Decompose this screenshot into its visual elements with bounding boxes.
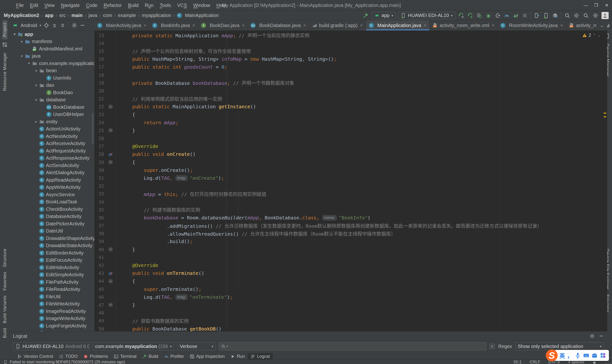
hide-panel-icon[interactable] <box>599 333 604 339</box>
breadcrumb-item[interactable]: src <box>59 13 66 18</box>
gutter-fold_c[interactable] <box>104 301 121 309</box>
menu-vcs[interactable]: VCS <box>174 3 190 8</box>
locate-file-icon[interactable] <box>43 23 49 28</box>
hide-panel-icon[interactable] <box>80 23 85 28</box>
menu-navigate[interactable]: Navigate <box>58 3 83 8</box>
apply-changes-button[interactable] <box>457 12 465 19</box>
menu-file[interactable]: File <box>13 3 27 8</box>
editor-tab-activity_room_rea[interactable]: </>activity_room_rea <box>566 20 597 30</box>
tree-chevron-icon[interactable]: ▾ <box>19 54 25 58</box>
sogou-logo-icon[interactable]: S <box>546 349 558 362</box>
gutter-override[interactable] <box>104 269 121 277</box>
ime-punctuation-toggle[interactable]: ， <box>567 351 573 359</box>
collapse-all-icon[interactable] <box>60 23 65 28</box>
tree-item-ImageWriteActivity[interactable]: CImageWriteActivity <box>10 315 94 322</box>
line-number[interactable]: 37 <box>94 223 104 228</box>
project-view-mode[interactable]: Android <box>21 23 37 28</box>
line-number[interactable]: 30 <box>94 168 104 173</box>
prev-problem-icon[interactable]: ⌃ <box>593 33 596 38</box>
menu-run[interactable]: Run <box>142 3 157 8</box>
sync-run-tasks-button[interactable] <box>476 12 483 19</box>
tree-item-UserInfo[interactable]: CUserInfo <box>10 74 94 82</box>
run-configuration-select[interactable]: app ▾ <box>372 12 396 19</box>
line-number[interactable]: 27 <box>94 144 104 149</box>
menu-code[interactable]: Code <box>83 3 101 8</box>
tree-item-BookDatabase[interactable]: (C)BookDatabase <box>10 104 94 111</box>
device-select[interactable]: HUAWEI EDI-AL10 ▾ <box>398 12 455 19</box>
tree-item-DatePickerActivity[interactable]: CDatePickerActivity <box>10 220 94 228</box>
logcat-level-select[interactable]: Verbose ▾ <box>177 342 216 350</box>
tree-item-java[interactable]: ▾java <box>10 52 94 60</box>
tree-item-AppReadActivity[interactable]: CAppReadActivity <box>10 176 94 184</box>
editor-tab-RoomWriteActivity.java[interactable]: CRoomWriteActivity.java✕ <box>497 20 566 30</box>
line-number[interactable]: 21 <box>94 96 104 101</box>
breadcrumb-item[interactable]: example <box>118 13 136 18</box>
profile-button[interactable] <box>503 12 510 19</box>
tree-item-app[interactable]: ▾app <box>10 31 94 38</box>
line-number[interactable]: 49 <box>94 318 104 323</box>
tree-item-com.example.myapplication[interactable]: ▾com.example.myapplication <box>10 60 94 67</box>
tree-scrollbar[interactable] <box>92 113 94 144</box>
code-editor[interactable]: 13 private static MainApplication mApp; … <box>94 31 607 331</box>
toolwindow-version-control[interactable]: Version Control <box>14 353 56 359</box>
line-ending[interactable]: CRLF <box>530 360 540 364</box>
line-number[interactable]: 39 <box>94 239 104 244</box>
strip-project[interactable]: Project <box>2 20 7 39</box>
tree-chevron-icon[interactable]: ▾ <box>19 39 25 44</box>
breadcrumb-item[interactable]: myapplication <box>142 13 171 18</box>
menu-edit[interactable]: Edit <box>27 3 41 8</box>
line-number[interactable]: 20 <box>94 88 104 93</box>
attach-debugger-button[interactable] <box>512 12 519 19</box>
close-tab-icon[interactable]: ✕ <box>303 23 306 27</box>
editor-tab-MainApplication.java[interactable]: CMainApplication.java✕ <box>366 20 430 30</box>
tree-chevron-icon[interactable]: ▾ <box>12 32 18 36</box>
warning-stripe-mark[interactable] <box>604 113 606 114</box>
toolwindow-terminal[interactable]: Terminal <box>111 353 139 359</box>
logcat-process-select[interactable]: com.example.myapplication (15659 ▾ <box>93 342 174 350</box>
tree-item-EditBorderActivity[interactable]: CEditBorderActivity <box>10 249 94 257</box>
tree-item-database[interactable]: ▾database <box>10 96 94 104</box>
line-number[interactable]: 42 <box>94 263 104 268</box>
editor-tab-MainActivity.java[interactable]: CMainActivity.java✕ <box>94 20 149 30</box>
tree-item-ActResponseActivity[interactable]: CActResponseActivity <box>10 155 94 162</box>
gutter-fold_c[interactable] <box>104 126 121 134</box>
logcat-search-input[interactable]: ▾ <box>219 342 486 350</box>
search-everywhere-button[interactable] <box>564 12 571 19</box>
tab-overflow-chevron-icon[interactable]: ⌄ <box>597 20 607 30</box>
line-number[interactable]: 14 <box>94 41 104 46</box>
tree-item-DateUtil[interactable]: CDateUtil <box>10 228 94 235</box>
editor-tab-build.gradle (:app)[interactable]: build.gradle (:app)✕ <box>309 20 366 30</box>
microphone-icon[interactable] <box>575 352 581 359</box>
caret-position[interactable]: 55:1 <box>513 360 521 364</box>
close-tab-icon[interactable]: ✕ <box>242 23 245 27</box>
tree-item-ActRequestActivity[interactable]: CActRequestActivity <box>10 147 94 155</box>
line-number[interactable]: 32 <box>94 183 104 189</box>
close-tab-icon[interactable]: ✕ <box>560 23 563 27</box>
tree-item-dao[interactable]: ▾dao <box>10 82 94 89</box>
tree-item-AppWriteActivity[interactable]: CAppWriteActivity <box>10 184 94 191</box>
tree-item-DrawableShapeActivity[interactable]: CDrawableShapeActivity <box>10 235 94 242</box>
logcat-device-select[interactable]: HUAWEI EDI-AL10 Android 8.0.0 ▾ <box>13 342 90 350</box>
make-project-button[interactable] <box>362 12 369 19</box>
tree-item-EditFocusActivity[interactable]: CEditFocusActivity <box>10 257 94 264</box>
toolwindow-profiler[interactable]: Profiler <box>161 353 187 359</box>
menu-refactor[interactable]: Refactor <box>100 3 125 8</box>
logcat-filter-select[interactable]: Show only selected application ▾ <box>515 342 604 350</box>
breadcrumb-item[interactable]: app <box>45 13 53 18</box>
expand-all-icon[interactable] <box>52 23 57 28</box>
breadcrumb-item[interactable]: main <box>71 13 83 18</box>
close-window-button[interactable]: ✕ <box>601 0 612 11</box>
line-number[interactable]: 35 <box>94 207 104 212</box>
line-number[interactable]: 16 <box>94 56 104 62</box>
tree-item-AsyncService[interactable]: CAsyncService <box>10 191 94 198</box>
line-number[interactable]: 41 <box>94 255 104 260</box>
close-tab-icon[interactable]: ✕ <box>492 23 495 27</box>
tree-chevron-icon[interactable]: ▸ <box>33 119 39 124</box>
menu-window[interactable]: Window <box>190 3 213 8</box>
tree-item-ActNextActivity[interactable]: CActNextActivity <box>10 133 94 140</box>
gear-icon[interactable] <box>71 23 77 28</box>
toolwindow-problems[interactable]: Problems <box>80 353 111 359</box>
line-number[interactable]: 19 <box>94 80 104 86</box>
line-number[interactable]: 22 <box>94 104 104 109</box>
tree-chevron-icon[interactable]: ▾ <box>33 83 39 88</box>
